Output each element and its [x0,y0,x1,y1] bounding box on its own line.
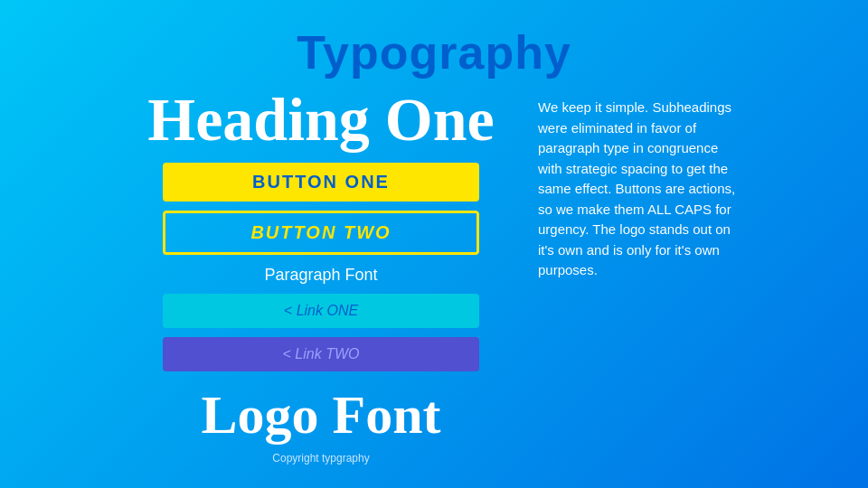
main-area: Heading One BUTTON ONE BUTTON TWO Paragr… [0,89,868,488]
link-one[interactable]: < Link ONE [163,294,479,328]
description-paragraph: We keep it simple. Subheadings were elim… [538,98,737,281]
paragraph-font-label: Paragraph Font [264,266,377,285]
button-one[interactable]: BUTTON ONE [163,163,479,202]
description-column: We keep it simple. Subheadings were elim… [538,98,737,281]
heading-one: Heading One [147,89,495,150]
logo-font: Logo Font [201,384,440,446]
copyright-text: Copyright typgraphy [272,452,369,465]
center-column: Heading One BUTTON ONE BUTTON TWO Paragr… [131,89,511,465]
page-title: Typography [297,25,571,80]
link-two[interactable]: < Link TWO [163,337,479,371]
button-two[interactable]: BUTTON TWO [163,211,479,255]
